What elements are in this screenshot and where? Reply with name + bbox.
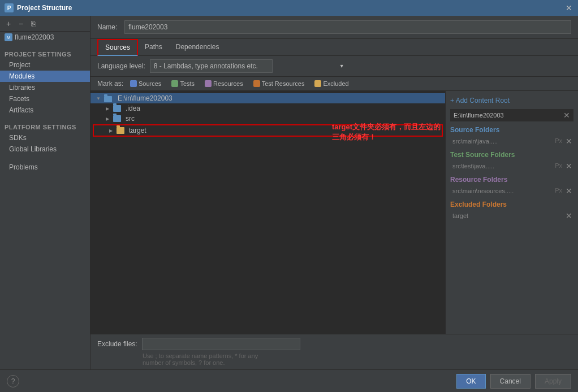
sources-color: [130, 80, 137, 87]
source-path-remove[interactable]: ✕: [564, 137, 573, 145]
sdks-label: SDKs: [9, 134, 27, 142]
tree-panel: ▼ E:\in\flume202003 ▶ .idea: [90, 91, 445, 334]
cancel-button[interactable]: Cancel: [490, 374, 530, 389]
ok-button[interactable]: OK: [456, 374, 485, 389]
name-input[interactable]: [124, 20, 571, 34]
excluded-color: [314, 80, 321, 87]
language-level-select[interactable]: 8 - Lambdas, type annotations etc.: [150, 59, 273, 73]
add-content-root-btn[interactable]: + Add Content Root: [450, 95, 573, 106]
module-icon: M: [5, 33, 12, 41]
modules-label: Modules: [9, 72, 34, 80]
mark-test-resources-btn[interactable]: Test Resources: [250, 80, 308, 88]
footer: ? OK Cancel Apply: [0, 369, 578, 392]
copy-button[interactable]: ⎘: [28, 19, 38, 29]
mark-excluded-btn[interactable]: Excluded: [311, 80, 352, 88]
tab-dependencies-label: Dependencies: [176, 43, 219, 51]
project-structure-dialog: P Project Structure ✕ + − ⎘ M flume20200…: [0, 0, 578, 392]
resource-path-remove[interactable]: ✕: [564, 187, 573, 195]
source-path-text: src\main\java.....: [452, 138, 554, 145]
src-folder-icon: [113, 115, 121, 122]
excluded-path-remove[interactable]: ✕: [564, 212, 573, 220]
sidebar-item-sdks[interactable]: SDKs: [0, 132, 90, 143]
name-label: Name:: [97, 23, 120, 31]
module-name: flume202003: [15, 33, 54, 41]
help-button[interactable]: ?: [7, 375, 19, 387]
language-level-row: Language level: 8 - Lambdas, type annota…: [90, 56, 578, 77]
excluded-path-item: target ✕: [450, 211, 573, 221]
content-area: ▼ E:\in\flume202003 ▶ .idea: [90, 91, 578, 334]
mark-resources-btn[interactable]: Resources: [201, 80, 247, 88]
project-label: Project: [9, 61, 30, 69]
source-path-px[interactable]: Px: [554, 137, 563, 145]
mark-tests-btn[interactable]: Tests: [168, 80, 198, 88]
language-level-wrapper: 8 - Lambdas, type annotations etc.: [150, 59, 348, 73]
idea-folder-icon: [113, 105, 121, 112]
sidebar-item-facets[interactable]: Facets: [0, 93, 90, 104]
sidebar-item-project[interactable]: Project: [0, 59, 90, 71]
test-source-path-remove[interactable]: ✕: [564, 162, 573, 170]
exclude-label: Exclude files:: [97, 340, 137, 348]
remove-button[interactable]: −: [16, 19, 26, 29]
tab-sources-label: Sources: [105, 43, 130, 51]
test-source-path-item: src\test\java..... Px ✕: [450, 161, 573, 171]
sidebar-item-libraries[interactable]: Libraries: [0, 82, 90, 93]
source-path-item: src\main\java..... Px ✕: [450, 136, 573, 146]
tab-sources[interactable]: Sources: [97, 39, 138, 56]
module-item[interactable]: M flume202003: [0, 32, 90, 43]
remove-root-btn[interactable]: ✕: [563, 111, 570, 119]
target-toggle[interactable]: ▶: [107, 127, 114, 134]
right-sidebar: + Add Content Root E:\in\flume202003 ✕ S…: [445, 91, 578, 334]
tree-root-item[interactable]: ▼ E:\in\flume202003: [90, 93, 445, 103]
project-icon: P: [5, 3, 14, 12]
root-path-display: E:\in\flume202003 ✕: [450, 109, 573, 121]
title-bar: P Project Structure ✕: [0, 0, 578, 16]
excluded-folders-title: Excluded Folders: [450, 201, 573, 208]
idea-toggle[interactable]: ▶: [104, 105, 111, 112]
test-source-path-text: src\test\java.....: [452, 163, 554, 169]
add-button[interactable]: +: [3, 19, 14, 29]
dialog-title: Project Structure: [17, 4, 72, 12]
platform-settings-label: Platform Settings: [0, 120, 90, 132]
test-source-folders-title: Test Source Folders: [450, 151, 573, 159]
sidebar-item-global-libraries[interactable]: Global Libraries: [0, 143, 90, 155]
tree-target-item[interactable]: ▶ target: [93, 124, 443, 137]
test-source-path-px[interactable]: Px: [554, 162, 563, 170]
mark-sources-label: Sources: [139, 80, 161, 87]
mark-excluded-label: Excluded: [323, 80, 348, 87]
root-toggle[interactable]: ▼: [95, 95, 102, 102]
exclude-row: Exclude files:: [97, 338, 571, 350]
sidebar-item-problems[interactable]: Problems: [0, 162, 90, 173]
resource-folders-title: Resource Folders: [450, 176, 573, 184]
source-folders-title: Source Folders: [450, 126, 573, 134]
tree-src-item[interactable]: ▶ src: [90, 114, 445, 124]
test-source-path-actions: Px ✕: [554, 162, 573, 170]
resource-path-px[interactable]: Px: [554, 187, 563, 195]
tree-idea-item[interactable]: ▶ .idea: [90, 103, 445, 114]
sidebar-toolbar: + − ⎘: [0, 16, 90, 32]
root-path-text: E:\in\flume202003: [454, 112, 504, 119]
language-level-label: Language level:: [97, 62, 145, 70]
tabs-row: Sources Paths Dependencies: [90, 39, 578, 56]
mark-sources-btn[interactable]: Sources: [127, 80, 165, 88]
close-button[interactable]: ✕: [564, 3, 573, 12]
title-bar-left: P Project Structure: [5, 3, 72, 12]
apply-button[interactable]: Apply: [535, 374, 571, 389]
sidebar: + − ⎘ M flume202003 Project Settings Pro…: [0, 16, 90, 369]
excluded-path-actions: ✕: [564, 212, 573, 220]
sidebar-item-artifacts[interactable]: Artifacts: [0, 104, 90, 116]
tab-dependencies[interactable]: Dependencies: [169, 40, 226, 55]
mark-tests-label: Tests: [180, 80, 195, 87]
tab-paths-label: Paths: [145, 43, 162, 51]
resource-path-text: src\main\resources.....: [452, 188, 554, 194]
tests-color: [171, 80, 178, 87]
resources-color: [205, 80, 212, 87]
exclude-input[interactable]: [142, 338, 300, 350]
tab-paths[interactable]: Paths: [138, 40, 169, 55]
right-panel: Name: Sources Paths Dependencies Languag…: [90, 16, 578, 369]
sidebar-item-modules[interactable]: Modules: [0, 71, 90, 82]
src-toggle[interactable]: ▶: [104, 115, 111, 122]
facets-label: Facets: [9, 95, 29, 103]
bottom-area: Exclude files: Use ; to separate name pa…: [90, 334, 578, 369]
artifacts-label: Artifacts: [9, 106, 33, 114]
source-path-actions: Px ✕: [554, 137, 573, 145]
